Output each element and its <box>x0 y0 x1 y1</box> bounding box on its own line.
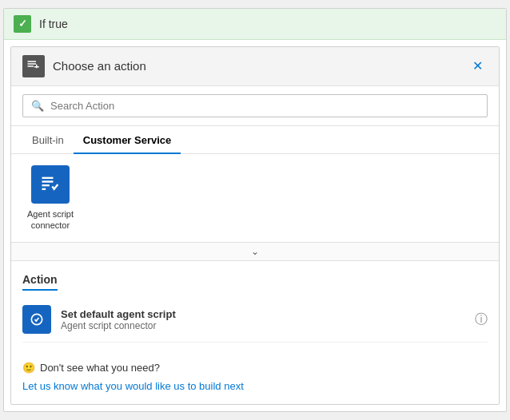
svg-rect-0 <box>28 61 37 62</box>
svg-rect-8 <box>42 188 46 189</box>
connector-icon <box>31 165 70 204</box>
svg-rect-7 <box>42 184 50 186</box>
emoji-icon: 🙂 <box>22 362 35 374</box>
collapse-row: ⌄ <box>11 243 499 261</box>
search-container: 🔍 <box>11 86 499 126</box>
tabs-container: Built-in Customer Service <box>11 126 499 154</box>
if-true-header: ✓ If true <box>4 9 506 40</box>
svg-rect-6 <box>42 180 54 182</box>
tab-built-in[interactable]: Built-in <box>22 126 74 154</box>
panel-header-icon <box>22 55 45 77</box>
action-item-svg-icon <box>29 311 45 327</box>
search-box: 🔍 <box>22 94 488 117</box>
svg-rect-5 <box>42 176 54 178</box>
close-button[interactable]: ✕ <box>468 57 488 75</box>
search-icon: 🔍 <box>31 100 44 112</box>
action-section: Action Set default agent script Agent sc… <box>11 261 499 354</box>
svg-rect-2 <box>28 65 34 67</box>
tab-customer-service[interactable]: Customer Service <box>74 126 181 154</box>
connector-item[interactable]: Agent script connector <box>22 165 78 232</box>
footer-section: 🙂 Don't see what you need? Let us know w… <box>11 354 499 404</box>
main-container: ✓ If true Choose an action ✕ <box>3 8 507 413</box>
action-item-icon <box>22 305 51 334</box>
if-true-label: If true <box>39 18 68 30</box>
action-icon <box>26 59 41 73</box>
panel-title: Choose an action <box>53 59 460 73</box>
check-icon: ✓ <box>14 15 31 33</box>
panel-header: Choose an action ✕ <box>11 47 499 86</box>
footer-link[interactable]: Let us know what you would like us to bu… <box>22 380 244 392</box>
footer-question: 🙂 Don't see what you need? <box>22 362 488 374</box>
action-item-name: Set default agent script <box>61 308 465 320</box>
connector-list-icon <box>39 173 62 196</box>
connector-name: Agent script connector <box>22 208 78 232</box>
action-item-text: Set default agent script Agent script co… <box>61 308 465 331</box>
action-section-title: Action <box>22 273 58 291</box>
svg-rect-1 <box>28 63 37 65</box>
connector-grid: Agent script connector <box>11 154 499 244</box>
action-item-sub: Agent script connector <box>61 320 465 331</box>
action-item[interactable]: Set default agent script Agent script co… <box>22 297 488 343</box>
choose-action-panel: Choose an action ✕ 🔍 Built-in Customer S… <box>10 46 500 406</box>
svg-rect-4 <box>34 66 39 68</box>
collapse-arrow-icon[interactable]: ⌄ <box>251 246 259 257</box>
search-input[interactable] <box>50 100 479 112</box>
info-icon[interactable]: ⓘ <box>475 311 488 328</box>
